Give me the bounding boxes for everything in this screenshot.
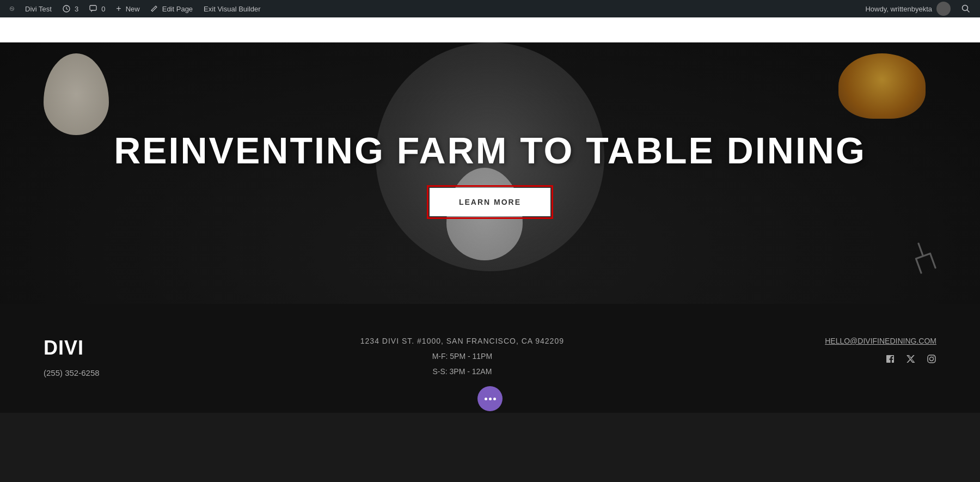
admin-bar: Divi Test 3 0 + New Edit Page Exit Visua… [0, 0, 980, 17]
new-button[interactable]: + New [111, 0, 145, 17]
hero-title: REINVENTING FARM TO TABLE DINING [114, 130, 866, 171]
facebook-icon[interactable] [885, 354, 895, 367]
footer-email[interactable]: HELLO@DIVIFINEDINING.COM [825, 337, 936, 345]
search-button[interactable] [956, 4, 976, 13]
footer-logo: DIVI [44, 337, 100, 359]
footer-hours-weekday: M-F: 5PM - 11PM [360, 352, 564, 361]
exit-visual-builder[interactable]: Exit Visual Builder [198, 0, 266, 17]
footer-left: DIVI (255) 352-6258 [44, 337, 100, 377]
svg-point-1 [11, 8, 13, 9]
footer-center: 1234 DIVI ST. #1000, SAN FRANCISCO, CA 9… [360, 337, 564, 376]
comments[interactable]: 0 [84, 0, 111, 17]
user-menu[interactable]: Howdy, writtenbyekta [860, 2, 956, 16]
learn-more-button[interactable]: LEARN MORE [430, 188, 550, 216]
dot-1 [485, 398, 487, 400]
svg-rect-5 [928, 355, 935, 363]
svg-rect-3 [90, 5, 96, 10]
revisions[interactable]: 3 [57, 0, 84, 17]
page-content: REINVENTING FARM TO TABLE DINING LEARN M… [0, 0, 980, 413]
bowl-decoration [838, 53, 926, 119]
edit-page-button[interactable]: Edit Page [145, 0, 198, 17]
footer-social [885, 354, 936, 367]
footer-right: HELLO@DIVIFINEDINING.COM [825, 337, 936, 367]
wordpress-logo[interactable] [4, 1, 20, 16]
hero-section: REINVENTING FARM TO TABLE DINING LEARN M… [0, 42, 980, 304]
footer-phone: (255) 352-6258 [44, 368, 100, 377]
svg-point-6 [929, 357, 933, 361]
site-name[interactable]: Divi Test [20, 0, 57, 17]
secondary-admin-bar [0, 17, 980, 42]
twitter-x-icon[interactable] [906, 354, 916, 367]
hero-content: REINVENTING FARM TO TABLE DINING LEARN M… [114, 130, 866, 217]
footer-hours-weekend: S-S: 3PM - 12AM [360, 367, 564, 376]
floating-options-button[interactable] [477, 386, 503, 411]
svg-point-7 [933, 356, 934, 357]
dot-3 [493, 398, 496, 400]
dot-2 [489, 398, 492, 400]
user-avatar [936, 2, 951, 16]
footer-address: 1234 DIVI ST. #1000, SAN FRANCISCO, CA 9… [360, 337, 564, 345]
instagram-icon[interactable] [927, 354, 936, 367]
